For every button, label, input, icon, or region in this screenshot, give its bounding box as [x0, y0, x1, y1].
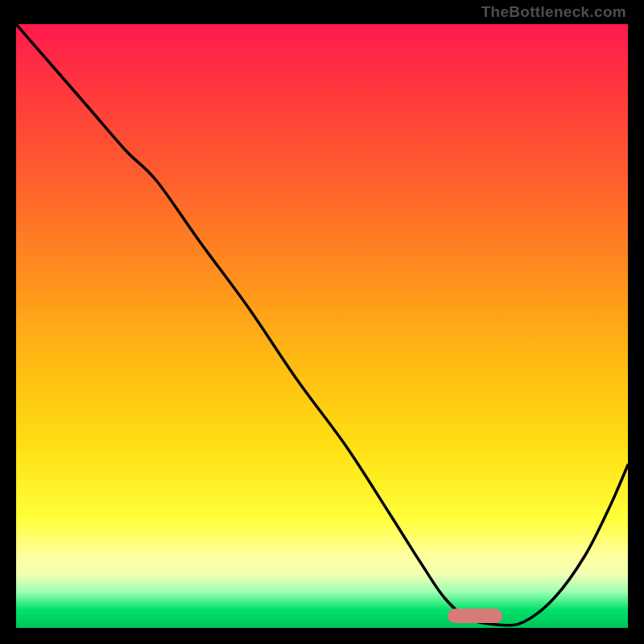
optimal-marker [448, 609, 502, 623]
watermark-text: TheBottleneck.com [481, 3, 626, 21]
bottleneck-curve [16, 24, 628, 628]
chart-frame: TheBottleneck.com [0, 0, 644, 644]
